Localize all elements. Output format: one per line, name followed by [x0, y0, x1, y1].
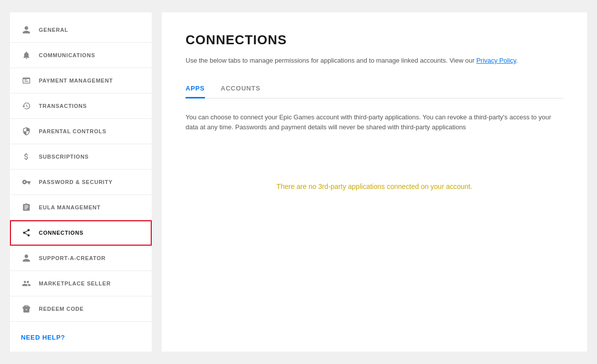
sidebar-item-label: MARKETPLACE SELLER — [39, 280, 111, 286]
sidebar-item-communications[interactable]: COMMUNICATIONS — [10, 43, 152, 68]
sidebar-item-label: PAYMENT MANAGEMENT — [39, 78, 113, 84]
sidebar-item-password-security[interactable]: PASSWORD & SECURITY — [10, 170, 152, 195]
sidebar-item-label: PARENTAL CONTROLS — [39, 128, 106, 134]
empty-state: There are no 3rd-party applications conn… — [186, 163, 563, 210]
sidebar-item-eula-management[interactable]: EULA MANAGEMENT — [10, 195, 152, 220]
sidebar-item-connections[interactable]: CONNECTIONS — [10, 220, 152, 246]
sidebar-item-label: COMMUNICATIONS — [39, 52, 95, 58]
sidebar-item-transactions[interactable]: TRANSACTIONS — [10, 93, 152, 119]
sidebar-item-label: SUPPORT-A-CREATOR — [39, 255, 105, 261]
tab-apps[interactable]: APPS — [186, 80, 205, 98]
page-wrapper: GENERAL COMMUNICATIONS PAYMENT MANAGEMEN… — [10, 12, 587, 352]
sidebar-item-payment-management[interactable]: PAYMENT MANAGEMENT — [10, 68, 152, 93]
sidebar-item-support-a-creator[interactable]: SUPPORT-A-CREATOR — [10, 246, 152, 271]
description-text-prefix: Use the below tabs to manage permissions… — [186, 57, 476, 64]
sidebar-item-label: EULA MANAGEMENT — [39, 204, 100, 210]
tab-accounts[interactable]: ACCOUNTS — [221, 80, 261, 98]
marketplace-icon — [21, 278, 32, 289]
sidebar-item-marketplace-seller[interactable]: MARKETPLACE SELLER — [10, 271, 152, 296]
sidebar-item-label: REDEEM CODE — [39, 306, 84, 312]
history-icon — [21, 100, 32, 111]
sidebar-footer: NEED HELP? — [10, 322, 152, 347]
person-icon — [21, 24, 32, 35]
sidebar: GENERAL COMMUNICATIONS PAYMENT MANAGEMEN… — [10, 12, 152, 352]
tabs: APPS ACCOUNTS — [186, 80, 563, 98]
tab-apps-description: You can choose to connect your Epic Game… — [186, 112, 563, 133]
sidebar-item-label: GENERAL — [39, 27, 68, 33]
bell-icon — [21, 50, 32, 61]
sidebar-item-label: SUBSCRIPTIONS — [39, 154, 89, 160]
sidebar-item-label: CONNECTIONS — [39, 230, 84, 236]
clipboard-icon — [21, 202, 32, 213]
sidebar-item-redeem-code[interactable]: REDEEM CODE — [10, 296, 152, 322]
sidebar-item-subscriptions[interactable]: SUBSCRIPTIONS — [10, 144, 152, 170]
key-icon — [21, 177, 32, 187]
sidebar-item-parental-controls[interactable]: PARENTAL CONTROLS — [10, 119, 152, 144]
empty-state-message: There are no 3rd-party applications conn… — [277, 182, 473, 190]
sidebar-item-label: PASSWORD & SECURITY — [39, 179, 112, 185]
description-text-suffix: . — [516, 57, 518, 64]
privacy-policy-link[interactable]: Privacy Policy — [476, 57, 516, 64]
sidebar-item-general[interactable]: GENERAL — [10, 17, 152, 43]
main-content: CONNECTIONS Use the below tabs to manage… — [162, 12, 587, 352]
tag-icon — [21, 75, 32, 86]
need-help-link[interactable]: NEED HELP? — [21, 334, 65, 341]
page-description: Use the below tabs to manage permissions… — [186, 56, 563, 66]
gift-icon — [21, 303, 32, 314]
creator-icon — [21, 253, 32, 264]
shield-icon — [21, 126, 32, 137]
sidebar-item-label: TRANSACTIONS — [39, 103, 87, 109]
share-icon — [21, 227, 32, 238]
page-title: CONNECTIONS — [186, 32, 563, 48]
dollar-icon — [21, 151, 32, 162]
